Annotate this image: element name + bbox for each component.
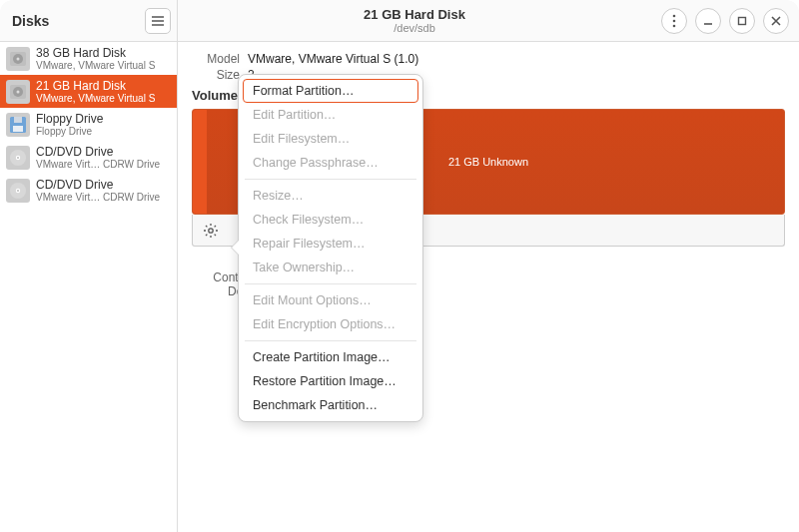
device-icon [6, 47, 30, 71]
menu-separator [245, 283, 416, 284]
menu-item: Resize… [243, 184, 418, 208]
svg-point-2 [673, 24, 676, 27]
menu-separator [245, 340, 416, 341]
svg-point-1 [673, 19, 676, 22]
header-center: 21 GB Hard Disk /dev/sdb [178, 0, 651, 41]
sidebar-device[interactable]: 38 GB Hard DiskVMware, VMware Virtual S [0, 42, 177, 75]
device-icon [6, 80, 30, 104]
menu-separator [245, 179, 416, 180]
device-text: Floppy DriveFloppy Drive [36, 112, 103, 137]
svg-rect-12 [13, 126, 23, 132]
svg-point-0 [673, 14, 676, 17]
device-sub: VMware, VMware Virtual S [36, 60, 155, 71]
volume-bar-edge [193, 110, 207, 214]
device-name: CD/DVD Drive [36, 145, 160, 159]
header-left: Disks [0, 0, 178, 41]
menu-item[interactable]: Restore Partition Image… [243, 369, 418, 393]
device-sub: Floppy Drive [36, 126, 103, 137]
minimize-icon [703, 16, 713, 26]
device-name: Floppy Drive [36, 112, 103, 126]
svg-point-9 [17, 90, 20, 93]
app-title: Disks [6, 13, 49, 29]
close-icon [771, 16, 781, 26]
header-right [651, 0, 799, 41]
sidebar-device[interactable]: CD/DVD DriveVMware Virt… CDRW Drive [0, 174, 177, 207]
sidebar: 38 GB Hard DiskVMware, VMware Virtual S2… [0, 42, 178, 532]
model-row: Model VMware, VMware Virtual S (1.0) [192, 52, 785, 66]
menu-item: Repair Filesystem… [243, 232, 418, 256]
model-value: VMware, VMware Virtual S (1.0) [248, 52, 418, 66]
device-icon [6, 146, 30, 170]
device-icon [6, 179, 30, 203]
disk-path: /dev/sdb [394, 22, 435, 34]
device-text: 38 GB Hard DiskVMware, VMware Virtual S [36, 46, 155, 71]
menu-item[interactable]: Create Partition Image… [243, 345, 418, 369]
menu-item: Edit Encryption Options… [243, 312, 418, 336]
hamburger-icon [152, 16, 164, 26]
device-icon [6, 113, 30, 137]
menu-item: Edit Filesystem… [243, 127, 418, 151]
maximize-button[interactable] [729, 8, 755, 34]
menu-item: Take Ownership… [243, 256, 418, 279]
sidebar-device[interactable]: CD/DVD DriveVMware Virt… CDRW Drive [0, 141, 177, 174]
disk-title: 21 GB Hard Disk [364, 7, 465, 22]
device-name: CD/DVD Drive [36, 178, 160, 192]
device-name: 21 GB Hard Disk [36, 79, 155, 93]
menu-item: Change Passphrase… [243, 151, 418, 175]
sidebar-device[interactable]: Floppy DriveFloppy Drive [0, 108, 177, 141]
device-text: CD/DVD DriveVMware Virt… CDRW Drive [36, 178, 160, 203]
context-menu: Format Partition…Edit Partition…Edit Fil… [238, 74, 423, 422]
drive-menu-button[interactable] [661, 8, 687, 34]
hamburger-button[interactable] [145, 8, 171, 34]
svg-point-19 [209, 228, 213, 232]
menu-item: Check Filesystem… [243, 208, 418, 232]
menu-item[interactable]: Format Partition… [243, 79, 418, 103]
size-label: Size [192, 68, 240, 82]
device-text: CD/DVD DriveVMware Virt… CDRW Drive [36, 145, 160, 170]
svg-rect-11 [14, 117, 22, 123]
headerbar: Disks 21 GB Hard Disk /dev/sdb [0, 0, 799, 42]
svg-point-15 [17, 157, 19, 159]
menu-arrow [232, 241, 239, 255]
svg-rect-3 [739, 17, 746, 24]
close-button[interactable] [763, 8, 789, 34]
gear-icon [203, 223, 219, 239]
device-name: 38 GB Hard Disk [36, 46, 155, 60]
model-label: Model [192, 52, 240, 66]
svg-point-6 [17, 57, 20, 60]
menu-item[interactable]: Benchmark Partition… [243, 393, 418, 417]
maximize-icon [737, 16, 747, 26]
device-sub: VMware Virt… CDRW Drive [36, 159, 160, 170]
svg-point-18 [17, 190, 19, 192]
menu-item: Edit Partition… [243, 103, 418, 127]
device-text: 21 GB Hard DiskVMware, VMware Virtual S [36, 79, 155, 104]
volume-caption: 21 GB Unknown [448, 156, 528, 168]
kebab-icon [672, 14, 676, 28]
menu-item: Edit Mount Options… [243, 288, 418, 312]
device-sub: VMware, VMware Virtual S [36, 93, 155, 104]
volume-settings-button[interactable] [199, 219, 223, 243]
sidebar-device[interactable]: 21 GB Hard DiskVMware, VMware Virtual S [0, 75, 177, 108]
minimize-button[interactable] [695, 8, 721, 34]
device-sub: VMware Virt… CDRW Drive [36, 192, 160, 203]
